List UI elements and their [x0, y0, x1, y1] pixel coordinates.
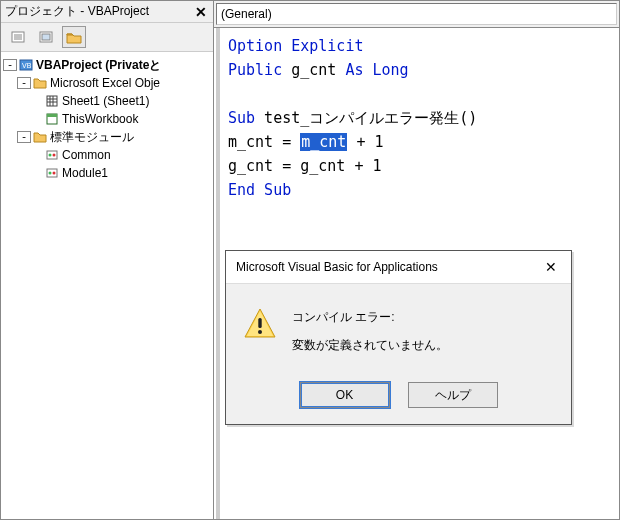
tree-label: Module1 — [62, 166, 108, 180]
code-token: + 1 — [347, 133, 383, 151]
code-token: m_cnt = — [228, 133, 300, 151]
code-dropdown-row: (General) — [214, 1, 619, 28]
svg-rect-8 — [47, 96, 57, 106]
close-icon[interactable]: ✕ — [193, 4, 209, 20]
object-dropdown[interactable]: (General) — [216, 3, 617, 25]
warning-icon — [242, 306, 278, 342]
folder-icon — [33, 77, 47, 89]
project-explorer-panel: プロジェクト - VBAProject ✕ - VB VBAProject (P… — [1, 1, 214, 519]
svg-point-19 — [49, 172, 52, 175]
tree-item-thisworkbook[interactable]: ThisWorkbook — [3, 110, 211, 128]
project-toolbar — [1, 23, 213, 52]
tree-folder-excel-objects[interactable]: - Microsoft Excel Obje — [3, 74, 211, 92]
svg-point-17 — [53, 154, 56, 157]
ok-button[interactable]: OK — [300, 382, 390, 408]
tree-item-module1[interactable]: Module1 — [3, 164, 211, 182]
code-token: test_コンパイルエラー発生() — [255, 109, 477, 127]
error-dialog: Microsoft Visual Basic for Applications … — [225, 250, 572, 425]
code-token: g_cnt = g_cnt + 1 — [228, 157, 382, 175]
view-object-button[interactable] — [34, 26, 58, 48]
tree-item-common[interactable]: Common — [3, 146, 211, 164]
tree-label: ThisWorkbook — [62, 112, 138, 126]
svg-rect-5 — [42, 34, 50, 40]
tree-label: Sheet1 (Sheet1) — [62, 94, 149, 108]
dialog-title-text: Microsoft Visual Basic for Applications — [236, 260, 438, 274]
folder-icon — [33, 131, 47, 143]
collapse-icon[interactable]: - — [3, 59, 17, 71]
collapse-icon[interactable]: - — [17, 77, 31, 89]
worksheet-icon — [45, 94, 59, 108]
dialog-body: コンパイル エラー: 変数が定義されていません。 — [226, 284, 571, 372]
code-token: End Sub — [228, 181, 291, 199]
tree-label: 標準モジュール — [50, 129, 134, 146]
dialog-message-line2: 変数が定義されていません。 — [292, 334, 448, 356]
code-token: Public — [228, 61, 282, 79]
svg-point-20 — [53, 172, 56, 175]
svg-point-22 — [258, 330, 262, 334]
tree-root-project[interactable]: - VB VBAProject (Privateと — [3, 56, 211, 74]
dialog-message-line1: コンパイル エラー: — [292, 306, 448, 328]
project-tree: - VB VBAProject (Privateと - Microsoft Ex… — [1, 52, 213, 519]
project-explorer-titlebar: プロジェクト - VBAProject ✕ — [1, 1, 213, 23]
help-button[interactable]: ヘルプ — [408, 382, 498, 408]
dialog-titlebar: Microsoft Visual Basic for Applications … — [226, 251, 571, 284]
vbaproject-icon: VB — [19, 58, 33, 72]
tree-label: Microsoft Excel Obje — [50, 76, 160, 90]
dialog-message: コンパイル エラー: 変数が定義されていません。 — [292, 306, 448, 356]
view-code-button[interactable] — [6, 26, 30, 48]
close-icon[interactable]: ✕ — [541, 259, 561, 275]
tree-item-sheet1[interactable]: Sheet1 (Sheet1) — [3, 92, 211, 110]
collapse-icon[interactable]: - — [17, 131, 31, 143]
module-icon — [45, 148, 59, 162]
dropdown-value: (General) — [221, 7, 272, 21]
workbook-icon — [45, 112, 59, 126]
tree-label: Common — [62, 148, 111, 162]
dialog-button-row: OK ヘルプ — [226, 372, 571, 424]
code-token: Sub — [228, 109, 255, 127]
toggle-folders-button[interactable] — [62, 26, 86, 48]
code-token: g_cnt — [282, 61, 345, 79]
tree-label: VBAProject (Privateと — [36, 57, 161, 74]
code-selection: m_cnt — [300, 133, 347, 151]
tree-folder-modules[interactable]: - 標準モジュール — [3, 128, 211, 146]
project-explorer-title: プロジェクト - VBAProject — [5, 3, 149, 20]
svg-rect-14 — [47, 114, 57, 117]
code-token: As Long — [345, 61, 408, 79]
svg-text:VB: VB — [22, 62, 32, 69]
svg-point-16 — [49, 154, 52, 157]
code-token: Option Explicit — [228, 37, 363, 55]
svg-rect-21 — [258, 318, 261, 328]
module-icon — [45, 166, 59, 180]
